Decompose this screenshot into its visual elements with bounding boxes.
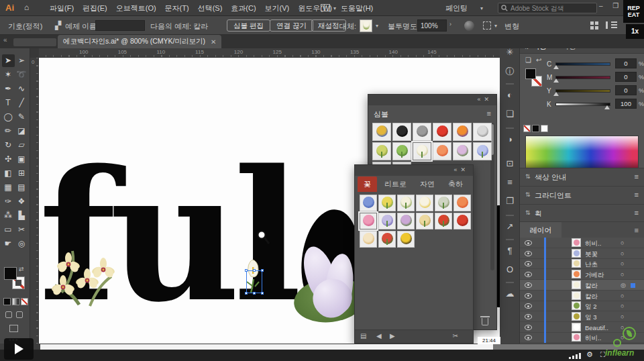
selection-bounding-box[interactable]	[246, 270, 262, 293]
swap-fill-stroke-icon[interactable]: ⇄	[19, 266, 24, 272]
fill-swatch[interactable]	[4, 267, 17, 280]
bounding-box-chevron-icon[interactable]: ▾	[494, 23, 497, 29]
tool-perspective-grid[interactable]: ⊞	[15, 167, 28, 180]
channel-slider[interactable]	[555, 89, 610, 93]
visibility-eye-icon[interactable]	[525, 293, 532, 299]
tool-slice[interactable]: ✂	[15, 223, 28, 236]
none-swatch[interactable]	[523, 125, 531, 132]
symbol-rosebud[interactable]	[378, 231, 396, 248]
dock-export-icon[interactable]: ↗	[500, 221, 520, 231]
symbol-orange-gerbera[interactable]	[453, 195, 471, 211]
flower-tab-0[interactable]: 꽃	[358, 176, 377, 192]
layer-row[interactable]: 잎 3○	[520, 311, 644, 322]
layer-target-icon[interactable]: ○	[621, 313, 624, 320]
channel-slider-thumb[interactable]	[553, 92, 559, 96]
tab-layers[interactable]: 레이어	[520, 222, 561, 238]
layer-target-icon[interactable]: ○	[621, 250, 624, 257]
dock-transparency-icon[interactable]: ◑	[500, 134, 520, 144]
layer-row[interactable]: 난초○	[520, 258, 644, 269]
menu-item-1[interactable]: 편집(E)	[83, 3, 107, 13]
layer-row[interactable]: 히비..○	[520, 238, 644, 248]
instance-name-input[interactable]	[95, 20, 145, 31]
tool-magic-wand[interactable]: ✶	[2, 68, 15, 81]
delete-symbol-icon[interactable]	[482, 318, 488, 325]
bounding-box-icon[interactable]	[483, 21, 491, 30]
channel-value-field[interactable]: 0	[615, 85, 637, 95]
panel-header-1[interactable]: ⇅그라디언트≡	[520, 186, 644, 203]
tool-gradient[interactable]: ▤	[15, 181, 28, 194]
close-document-icon[interactable]: ✕	[211, 38, 216, 46]
symbol-iris[interactable]	[473, 142, 492, 160]
dock-appearance-icon[interactable]: O	[500, 264, 520, 274]
symbol-water-lily[interactable]	[397, 213, 415, 229]
screen-mode-button[interactable]	[9, 325, 18, 332]
tool-direct-selection[interactable]: ➢	[15, 54, 28, 67]
collapse-panel-icon[interactable]: «	[453, 166, 460, 173]
tool-eraser[interactable]: ◪	[15, 125, 28, 138]
tool-type[interactable]: T	[2, 97, 15, 109]
tool-line-segment[interactable]: ╱	[15, 97, 28, 109]
search-input[interactable]	[511, 5, 590, 12]
dock-creative-cloud-icon[interactable]: ☁	[500, 289, 520, 299]
flower-panel-titlebar[interactable]: «✕	[355, 165, 473, 176]
layer-row[interactable]: 칼라◎	[520, 280, 644, 291]
tool-mesh[interactable]: ▦	[2, 181, 15, 194]
symbol-calla-lily[interactable]	[413, 142, 431, 160]
tool-lasso[interactable]: ➰	[15, 68, 28, 81]
tool-shaper[interactable]: ✏	[2, 125, 15, 138]
video-progress-bar[interactable]	[40, 344, 644, 350]
cut-icon[interactable]: ✂	[453, 332, 458, 340]
tool-selection[interactable]: ➤	[2, 54, 15, 67]
symbol-red-daisy[interactable]	[435, 213, 452, 229]
dock-transform-icon[interactable]: ⊡	[500, 158, 520, 168]
tool-column-graph[interactable]: ▙	[15, 209, 28, 222]
visibility-eye-icon[interactable]	[525, 240, 532, 246]
flower-tab-2[interactable]: 자연	[414, 176, 441, 192]
symbol-green-plant[interactable]	[392, 142, 411, 160]
symbol-cream-rose[interactable]	[360, 231, 377, 248]
panel-menu-icon[interactable]: ≡	[635, 191, 639, 199]
adobe-stock-search[interactable]	[498, 3, 597, 13]
replace-chevron-icon[interactable]: ▾	[376, 23, 378, 29]
draw-normal-icon[interactable]	[5, 311, 12, 318]
visibility-eye-icon[interactable]	[525, 303, 532, 309]
symbol-daffodil[interactable]	[378, 195, 396, 211]
symbol-pink-blossom[interactable]	[360, 213, 377, 229]
symbol-corner-marks[interactable]	[473, 123, 492, 141]
visibility-eye-icon[interactable]	[525, 335, 532, 340]
prev-library-icon[interactable]: ◀	[376, 332, 382, 340]
next-library-icon[interactable]: ▶	[390, 332, 395, 340]
workspace-switcher[interactable]: 페인팅	[445, 3, 468, 13]
channel-slider-thumb[interactable]	[553, 79, 559, 83]
symbol-water-lily[interactable]	[453, 142, 472, 160]
draw-behind-icon[interactable]	[16, 311, 23, 318]
collapse-icon[interactable]: ⇅	[525, 209, 531, 216]
symbol-gradient-orb[interactable]	[453, 123, 472, 141]
volume-icon[interactable]	[569, 352, 582, 359]
visibility-eye-icon[interactable]	[525, 314, 532, 319]
tool-scale[interactable]: ▱	[15, 139, 28, 152]
channel-slider[interactable]	[555, 76, 610, 79]
symbol-leaf[interactable]	[372, 142, 391, 160]
white-swatch[interactable]	[541, 125, 548, 132]
menu-item-4[interactable]: 선택(S)	[198, 3, 223, 13]
arrange-documents-chevron-icon[interactable]: ▾	[333, 5, 336, 11]
visibility-eye-icon[interactable]	[525, 325, 532, 330]
layer-row[interactable]: 잎 2○	[520, 301, 644, 311]
gradient-mode-button[interactable]	[12, 298, 19, 305]
symbol-freesia[interactable]	[416, 213, 433, 229]
tool-symbol-sprayer[interactable]: ⁂	[2, 209, 15, 222]
tool-blend[interactable]: ❖	[15, 195, 28, 208]
menu-item-0[interactable]: 파일(F)	[50, 3, 74, 13]
symbol-daisy[interactable]	[416, 195, 433, 211]
close-panel-icon[interactable]: ✕	[460, 166, 469, 173]
transform-label[interactable]: 변형	[504, 21, 519, 32]
close-panel-icon[interactable]: ✕	[484, 96, 492, 103]
symbol-gerbera[interactable]	[433, 142, 451, 160]
tool-curvature[interactable]: ∿	[15, 83, 28, 95]
tool-zoom[interactable]: ◎	[15, 238, 28, 250]
tool-shape-builder[interactable]: ◧	[2, 167, 15, 180]
channel-slider-thumb[interactable]	[604, 105, 610, 109]
symbol-red-ribbon[interactable]	[433, 123, 451, 141]
symbol-ink-splat[interactable]	[392, 123, 411, 141]
